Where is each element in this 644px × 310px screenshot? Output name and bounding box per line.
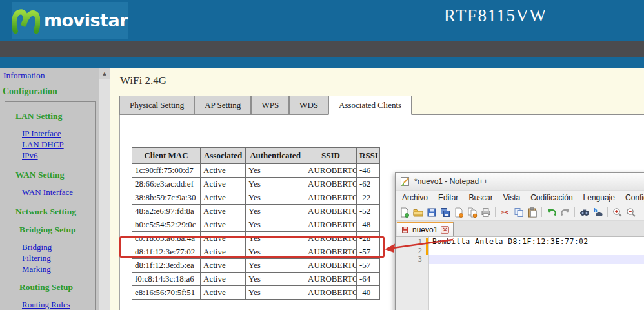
clients-table: Client MAC Associated Authenticated SSID… (132, 147, 380, 300)
table-row: 28:66:e3:ac:dd:ef Active Yes AUROBERTO -… (132, 178, 380, 191)
save-icon[interactable] (425, 206, 438, 218)
sidebar-menu-item: LAN Setting (15, 111, 95, 121)
authenticated-cell: Yes (246, 245, 305, 259)
table-row: 38:8b:59:7c:9a:30 Active Yes AUROBERTO -… (132, 191, 380, 205)
column-header: RSSI (357, 148, 380, 164)
notepad-menu-item[interactable]: Vista (498, 193, 525, 202)
sidebar-scrollbar[interactable]: ▲ (99, 68, 110, 310)
router-model-title: RTF8115VW (444, 6, 547, 26)
authenticated-cell: Yes (246, 232, 305, 245)
copy-icon[interactable] (512, 206, 525, 218)
scroll-up-arrow-icon: ▲ (103, 71, 106, 76)
wifi-tab[interactable]: AP Setting (194, 96, 251, 114)
document-tab[interactable]: nuevo1 ✕ (397, 222, 454, 236)
wifi-tab[interactable]: Associated Clients (328, 96, 412, 115)
line-number: 3 (396, 255, 422, 264)
notepad-titlebar[interactable]: *nuevo1 - Notepad++ (396, 173, 644, 191)
sidebar-menu-item: WAN Setting (15, 170, 95, 180)
ssid-cell: AUROBERTO (305, 164, 357, 178)
notepad-menu-item[interactable]: Archivo (397, 193, 433, 202)
close-all-icon[interactable] (466, 206, 478, 218)
wifi-tab[interactable]: WPS (251, 96, 289, 114)
rssi-cell: -57 (357, 259, 380, 273)
column-header: SSID (305, 148, 357, 164)
associated-cell: Active (201, 178, 246, 191)
column-header: Authenticated (246, 148, 305, 164)
authenticated-cell: Yes (246, 259, 305, 273)
authenticated-cell: Yes (246, 164, 305, 178)
wifi-tab[interactable]: Physical Setting (119, 96, 194, 114)
notepad-menu-item[interactable]: Configuración (620, 193, 644, 202)
client-mac-cell: 28:66:e3:ac:dd:ef (132, 178, 201, 191)
find-icon[interactable] (578, 206, 590, 218)
table-header-row: Client MAC Associated Authenticated SSID… (132, 148, 380, 164)
dark-divider-bar (0, 41, 644, 57)
column-header: Client MAC (132, 148, 201, 164)
editor-text-area[interactable]: Bombilla Antela D8:1F:12:3E:77:02 (429, 237, 644, 310)
blue-strip (0, 57, 644, 68)
sidebar-menu-item[interactable]: Bridging (22, 242, 95, 253)
sidebar-menu-item[interactable]: IPv6 (22, 150, 95, 161)
sidebar-menu-item[interactable]: Filtering (22, 253, 95, 264)
notepad-menu-item[interactable]: Buscar (463, 193, 498, 202)
top-banner: movistar RTF8115VW (0, 0, 644, 41)
sidebar-menu-item[interactable]: Routing Rules (22, 300, 95, 310)
open-folder-icon[interactable] (412, 206, 424, 218)
brand-wordmark: movistar (44, 10, 128, 30)
client-mac-cell: 1c:90:ff:75:00:d7 (132, 164, 201, 178)
window-title: *nuevo1 - Notepad++ (414, 177, 488, 186)
scroll-up-button[interactable]: ▲ (99, 68, 110, 79)
sidebar-menu-item[interactable]: LAN DHCP (22, 140, 95, 150)
notepad-menu-item[interactable]: Lenguaje (578, 193, 620, 202)
associated-cell: Active (201, 218, 246, 232)
ssid-cell: AUROBERTO (305, 191, 357, 205)
undo-icon[interactable] (545, 206, 558, 218)
associated-cell: Active (201, 259, 246, 273)
wifi-tab[interactable]: WDS (289, 96, 328, 114)
associated-cell: Active (201, 164, 246, 178)
document-tab-label: nuevo1 (412, 225, 438, 234)
client-mac-cell: e8:16:56:70:5f:51 (132, 286, 201, 300)
sidebar-menu-item[interactable]: WAN Interface (22, 187, 95, 198)
ssid-cell: AUROBERTO (305, 259, 357, 273)
notepad-editor[interactable]: 1 2 3 Bombilla Antela D8:1F:12:3E:77:02 (396, 237, 644, 310)
sidebar-menu-item: Network Setting (15, 207, 95, 217)
replace-icon[interactable]: b (592, 206, 604, 218)
authenticated-cell: Yes (246, 273, 305, 286)
ssid-cell: AUROBERTO (305, 178, 357, 191)
associated-cell: Active (201, 273, 246, 286)
current-code-line[interactable] (429, 255, 644, 264)
zoom-out-icon[interactable] (625, 206, 637, 218)
paste-icon[interactable] (526, 206, 538, 218)
table-row: 1c:90:ff:75:00:d7 Active Yes AUROBERTO -… (132, 164, 380, 178)
code-line[interactable] (429, 247, 644, 256)
unsaved-file-icon (401, 226, 409, 234)
rssi-cell: -22 (357, 191, 380, 205)
new-file-icon[interactable] (398, 206, 410, 218)
rssi-cell: -28 (357, 232, 380, 245)
configuration-label: Configuration (3, 87, 110, 97)
table-row: d8:1f:12:3e:77:02 Active Yes AUROBERTO -… (132, 245, 380, 259)
print-icon[interactable] (479, 206, 492, 218)
associated-cell: Active (201, 191, 246, 205)
sidebar-menu-item[interactable]: Marking (22, 264, 95, 274)
code-line[interactable]: Bombilla Antela D8:1F:12:3E:77:02 (429, 238, 644, 247)
tab-close-icon[interactable]: ✕ (441, 226, 448, 234)
table-row: b0:c5:54:52:29:0c Active Yes AUROBERTO -… (132, 218, 380, 232)
authenticated-cell: Yes (246, 178, 305, 191)
ssid-cell: AUROBERTO (305, 218, 357, 232)
close-file-icon[interactable] (452, 206, 465, 218)
notepad-menu-item[interactable]: Editar (433, 193, 463, 202)
notepad-toolbar: ✂ b (396, 204, 644, 221)
zoom-in-icon[interactable] (611, 206, 623, 218)
cut-icon[interactable]: ✂ (499, 206, 511, 218)
sidebar-menu-item[interactable]: IP Interface (22, 129, 95, 139)
client-mac-cell: 48:a2:e6:97:fd:8a (132, 205, 201, 218)
save-all-icon[interactable] (439, 206, 451, 218)
sidebar-item-information[interactable]: Information (3, 70, 45, 81)
rssi-cell: -64 (357, 273, 380, 286)
associated-cell: Active (201, 205, 246, 218)
rssi-cell: -40 (357, 286, 380, 300)
redo-icon[interactable] (559, 206, 571, 218)
notepad-menu-item[interactable]: Codificación (525, 193, 578, 202)
